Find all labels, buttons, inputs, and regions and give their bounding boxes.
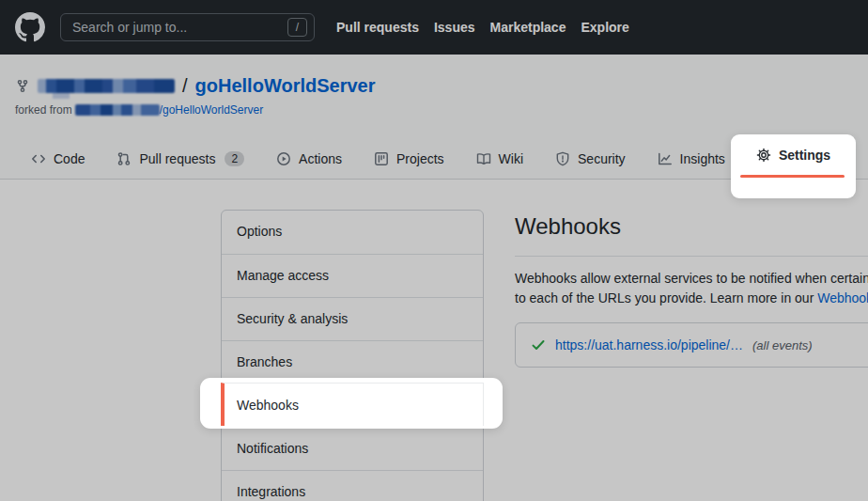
tab-label: Settings (779, 148, 830, 163)
tab-settings[interactable]: Settings (731, 134, 856, 176)
github-settings-page: / Pull requests Issues Marketplace Explo… (0, 0, 868, 501)
selected-tab-underline (740, 175, 845, 178)
gear-icon (756, 148, 771, 163)
spotlight-settings-tab: Settings (731, 134, 856, 198)
spotlight-webhooks-item: Webhooks (200, 378, 503, 429)
sidebar-item-webhooks-selected[interactable]: Webhooks (221, 383, 484, 426)
